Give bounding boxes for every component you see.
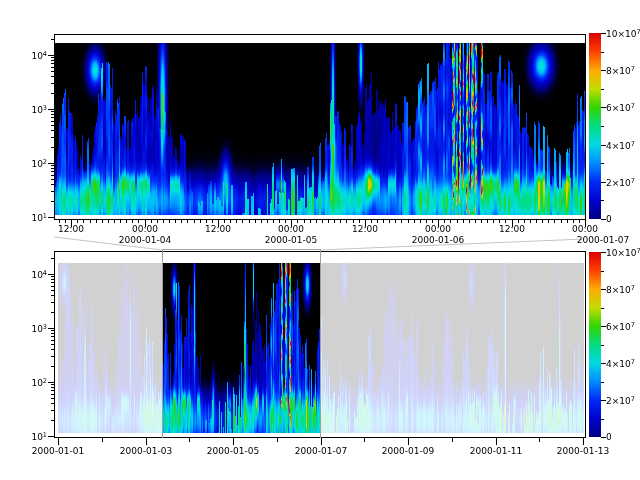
top-plot-frame	[54, 34, 586, 220]
figure-root: 12:0000:0012:0000:0012:0000:0012:0000:00…	[0, 0, 640, 480]
zoom-selection-box[interactable]	[162, 249, 321, 438]
top-colorbar	[589, 33, 601, 219]
bottom-colorbar	[589, 252, 601, 437]
zoom-connector-left	[54, 237, 162, 250]
zoom-connector-right	[320, 239, 585, 250]
